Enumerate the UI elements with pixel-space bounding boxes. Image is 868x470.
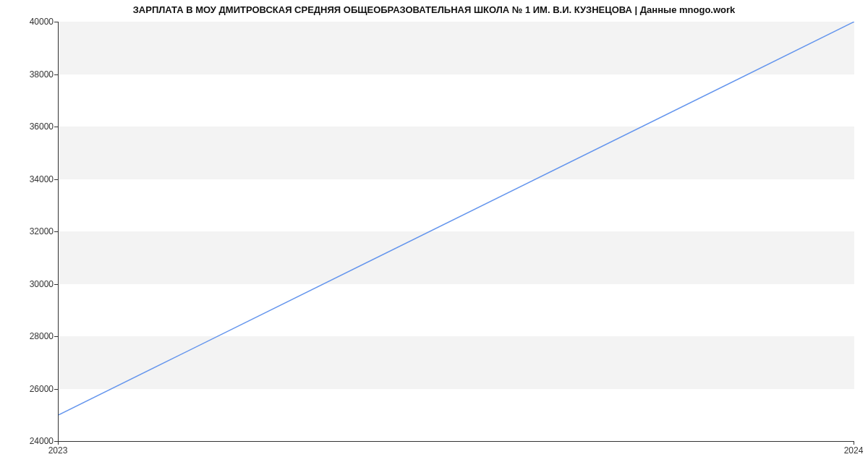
- y-tick-mark: [54, 284, 58, 285]
- y-tick-mark: [54, 74, 58, 75]
- y-tick-mark: [54, 336, 58, 337]
- y-tick-label: 34000: [3, 174, 54, 184]
- y-tick-mark: [54, 389, 58, 390]
- y-tick-label: 32000: [3, 226, 54, 236]
- y-tick-label: 28000: [3, 331, 54, 341]
- y-tick-label: 26000: [3, 384, 54, 394]
- y-tick-mark: [54, 127, 58, 127]
- y-tick-mark: [54, 231, 58, 232]
- x-tick-label: 2023: [48, 445, 68, 456]
- x-tick-mark: [854, 441, 854, 445]
- chart-title: ЗАРПЛАТА В МОУ ДМИТРОВСКАЯ СРЕДНЯЯ ОБЩЕО…: [0, 4, 868, 15]
- data-series-line: [59, 22, 854, 415]
- y-tick-mark: [54, 179, 58, 180]
- y-tick-label: 36000: [3, 121, 54, 132]
- plot-area: [58, 22, 854, 442]
- y-tick-label: 24000: [3, 436, 54, 446]
- x-tick-mark: [58, 441, 59, 445]
- salary-line-chart: ЗАРПЛАТА В МОУ ДМИТРОВСКАЯ СРЕДНЯЯ ОБЩЕО…: [0, 0, 868, 470]
- y-tick-label: 38000: [3, 69, 54, 80]
- x-tick-label: 2024: [844, 445, 864, 456]
- y-tick-label: 40000: [3, 17, 54, 27]
- y-tick-label: 30000: [3, 279, 54, 289]
- y-tick-mark: [54, 22, 58, 22]
